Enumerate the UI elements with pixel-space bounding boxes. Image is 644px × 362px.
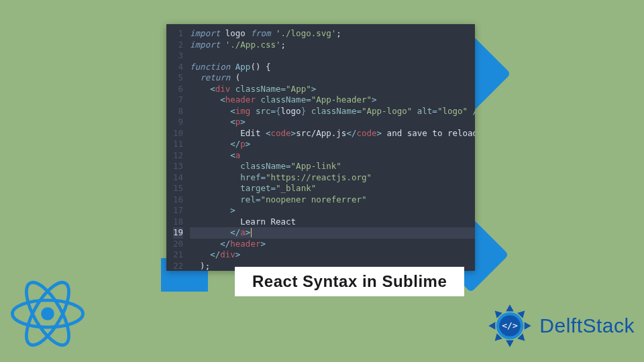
code-editor: 12345678910111213141516171819202122 impo… [166,24,475,271]
line-number: 14 [173,172,183,184]
delftstack-logo-icon: </> [486,302,534,350]
code-line: <div className="App"> [190,84,475,95]
line-number: 10 [173,128,183,139]
line-number: 1 [173,28,183,40]
line-number: 12 [173,150,183,162]
code-line: <p> [190,117,475,128]
code-line: <header className="App-header"> [190,95,475,106]
code-line: rel="noopener noreferrer" [190,194,475,206]
code-line: Learn React [190,217,475,228]
line-number: 6 [173,84,183,95]
line-number: 15 [173,183,183,194]
code-line: </header> [190,239,475,250]
line-number: 18 [173,217,183,228]
code-line: <img src={logo} className="App-logo" alt… [190,106,475,117]
page-title: React Syntax in Sublime [235,267,464,296]
code-line: </p> [190,139,475,150]
line-number: 20 [173,239,183,250]
react-logo-icon [11,280,85,347]
code-content: import logo from './logo.svg';import './… [187,24,475,271]
line-number: 22 [173,261,183,272]
brand-text: DelftStack [539,314,635,337]
text-cursor [251,228,252,237]
code-line: import './App.css'; [190,40,475,51]
line-number-gutter: 12345678910111213141516171819202122 [166,24,187,271]
line-number: 4 [173,62,183,73]
line-number: 9 [173,117,183,128]
svg-point-0 [41,307,54,320]
line-number: 8 [173,106,183,117]
delftstack-brand: </> DelftStack [486,302,635,350]
line-number: 17 [173,205,183,217]
code-line: href="https://reactjs.org" [190,172,475,184]
code-line: className="App-link" [190,161,475,172]
svg-marker-8 [506,341,515,347]
line-number: 16 [173,194,183,206]
code-line: function App() { [190,62,475,73]
line-number: 11 [173,139,183,150]
code-line: target="_blank" [190,183,475,194]
code-line: import logo from './logo.svg'; [190,28,475,40]
line-number: 21 [173,249,183,261]
svg-marker-6 [525,322,531,330]
code-line: </a> [190,227,475,239]
line-number: 3 [173,50,183,62]
code-line: return ( [190,72,475,84]
line-number: 19 [173,227,183,239]
code-line [190,50,475,62]
code-line: > [190,205,475,217]
line-number: 13 [173,161,183,172]
code-line: </div> [190,249,475,261]
line-number: 5 [173,72,183,84]
svg-text:</>: </> [502,320,519,330]
svg-marker-4 [506,304,515,311]
svg-marker-10 [489,322,496,330]
code-line: <a [190,150,475,162]
line-number: 7 [173,95,183,106]
code-line: Edit <code>src/App.js</code> and save to… [190,128,475,139]
line-number: 2 [173,40,183,51]
